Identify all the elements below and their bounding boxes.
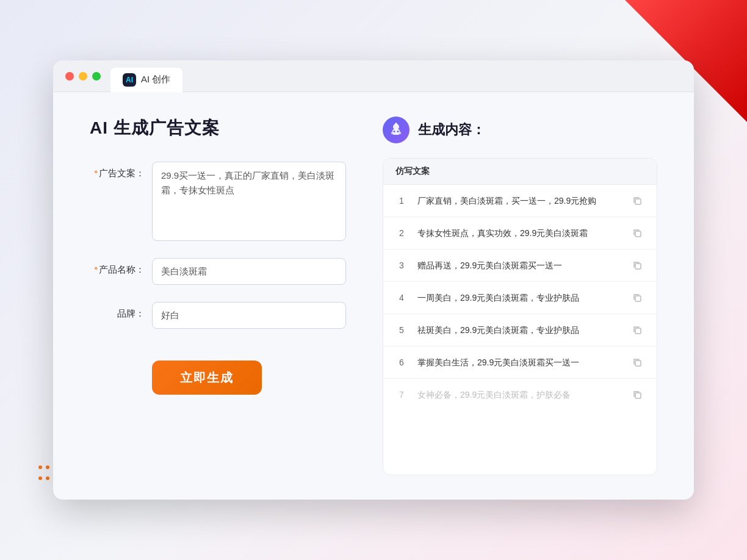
row-text: 祛斑美白，29.9元美白淡斑霜，专业护肤品 — [417, 324, 620, 337]
maximize-button[interactable] — [92, 72, 101, 81]
right-header: 生成内容： — [383, 117, 657, 143]
table-header: 仿写文案 — [383, 159, 657, 185]
copy-icon[interactable] — [630, 355, 644, 370]
product-name-label: *产品名称： — [90, 258, 145, 276]
row-number: 5 — [395, 325, 408, 335]
row-number: 3 — [395, 260, 408, 270]
table-row: 6 掌握美白生活，29.9元美白淡斑霜买一送一 — [383, 346, 657, 379]
brand-input[interactable] — [152, 302, 346, 329]
tab-ai-creation[interactable]: AI AI 创作 — [110, 68, 182, 92]
ad-copy-group: *广告文案： — [90, 162, 346, 241]
right-panel: 生成内容： 仿写文案 1 厂家直销，美白淡斑霜，买一送一，29.9元抢购 2 专… — [383, 117, 657, 475]
svg-rect-6 — [391, 132, 392, 134]
svg-rect-12 — [635, 328, 641, 334]
table-row: 3 赠品再送，29.9元美白淡斑霜买一送一 — [383, 249, 657, 282]
row-text: 赠品再送，29.9元美白淡斑霜买一送一 — [417, 259, 620, 272]
svg-rect-14 — [635, 393, 641, 398]
copy-icon[interactable] — [630, 226, 644, 240]
svg-rect-10 — [635, 264, 641, 269]
table-row: 4 一周美白，29.9元美白淡斑霜，专业护肤品 — [383, 282, 657, 314]
page-title: AI 生成广告文案 — [90, 117, 346, 140]
generate-button[interactable]: 立即生成 — [152, 361, 262, 395]
table-row: 7 女神必备，29.9元美白淡斑霜，护肤必备 — [383, 379, 657, 411]
minimize-button[interactable] — [79, 72, 87, 81]
copy-icon[interactable] — [630, 258, 644, 273]
svg-rect-8 — [635, 199, 641, 204]
row-number: 6 — [395, 357, 408, 367]
ai-icon-text: AI — [126, 76, 133, 84]
table-row: 5 祛斑美白，29.9元美白淡斑霜，专业护肤品 — [383, 314, 657, 346]
tab-label: AI 创作 — [141, 74, 170, 85]
product-name-input[interactable] — [152, 258, 346, 285]
close-button[interactable] — [65, 72, 74, 81]
right-title: 生成内容： — [418, 121, 485, 139]
row-text: 掌握美白生活，29.9元美白淡斑霜买一送一 — [417, 356, 620, 369]
svg-rect-9 — [635, 231, 641, 237]
copy-icon[interactable] — [630, 290, 644, 305]
row-number: 1 — [395, 196, 408, 206]
main-content: AI 生成广告文案 *广告文案： *产品名称： 品牌： 立 — [53, 92, 694, 500]
left-panel: AI 生成广告文案 *广告文案： *产品名称： 品牌： 立 — [90, 117, 346, 475]
copy-icon[interactable] — [630, 193, 644, 208]
table-row: 2 专抹女性斑点，真实功效，29.9元美白淡斑霜 — [383, 217, 657, 249]
ad-copy-required: * — [94, 168, 98, 178]
svg-point-3 — [397, 131, 399, 132]
row-number: 2 — [395, 228, 408, 238]
row-number: 7 — [395, 390, 408, 400]
row-text: 专抹女性斑点，真实功效，29.9元美白淡斑霜 — [417, 227, 620, 240]
ad-copy-input[interactable] — [152, 162, 346, 241]
svg-rect-7 — [400, 132, 401, 134]
brand-group: 品牌： — [90, 302, 346, 329]
row-number: 4 — [395, 293, 408, 303]
svg-point-5 — [395, 123, 397, 124]
copy-icon[interactable] — [630, 323, 644, 337]
svg-rect-1 — [392, 129, 400, 135]
product-name-group: *产品名称： — [90, 258, 346, 285]
svg-point-2 — [394, 131, 395, 132]
tab-icon: AI — [123, 73, 136, 87]
row-text: 厂家直销，美白淡斑霜，买一送一，29.9元抢购 — [417, 195, 620, 207]
browser-window: AI AI 创作 AI 生成广告文案 *广告文案： *产品名称： — [53, 60, 694, 500]
product-required: * — [94, 264, 98, 275]
row-text: 一周美白，29.9元美白淡斑霜，专业护肤品 — [417, 292, 620, 304]
results-table: 仿写文案 1 厂家直销，美白淡斑霜，买一送一，29.9元抢购 2 专抹女性斑点，… — [383, 158, 657, 475]
title-bar: AI AI 创作 — [53, 60, 694, 92]
copy-icon[interactable] — [630, 387, 644, 402]
svg-rect-13 — [635, 361, 641, 366]
ad-copy-label: *广告文案： — [90, 162, 145, 179]
traffic-lights — [65, 72, 101, 81]
table-row: 1 厂家直销，美白淡斑霜，买一送一，29.9元抢购 — [383, 185, 657, 217]
brand-label: 品牌： — [90, 302, 145, 320]
robot-icon — [383, 117, 410, 143]
svg-rect-11 — [635, 296, 641, 301]
row-text: 女神必备，29.9元美白淡斑霜，护肤必备 — [417, 389, 620, 401]
